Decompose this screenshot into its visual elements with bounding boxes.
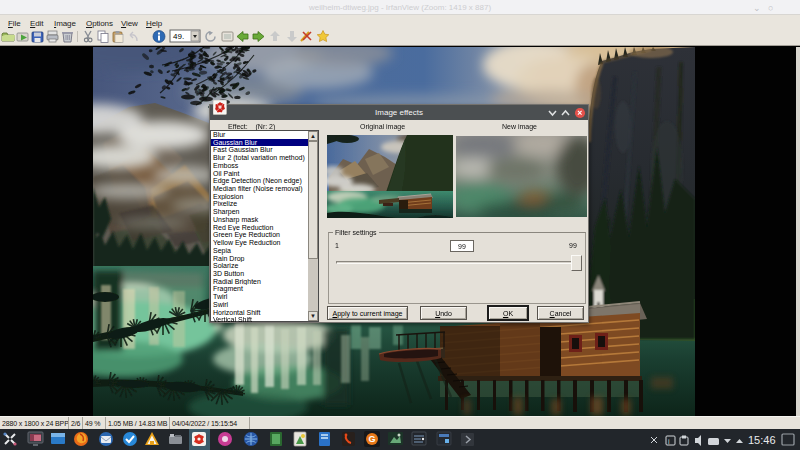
svg-text:15:46: 15:46 [748,434,776,446]
svg-text:G: G [369,434,376,444]
svg-text:49.: 49. [173,32,184,41]
svg-text:i: i [668,438,670,445]
